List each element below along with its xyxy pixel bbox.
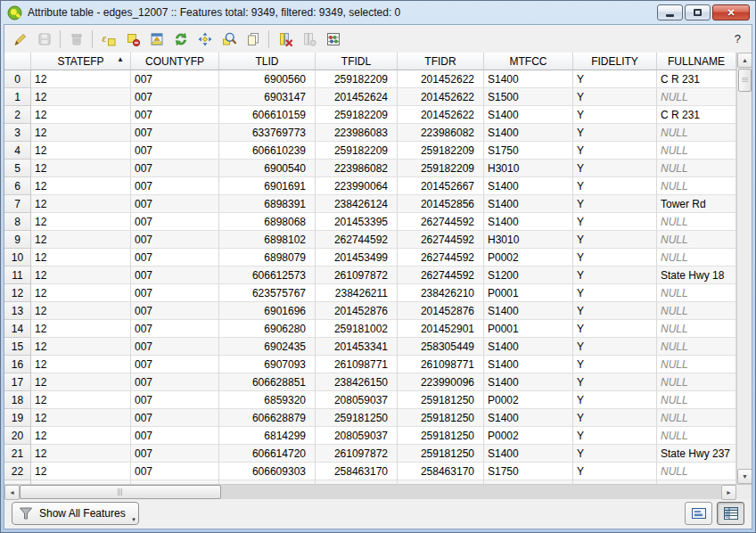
cell-statefp[interactable]: 12: [31, 391, 131, 409]
cell-fullname[interactable]: NULL: [657, 142, 736, 160]
cell-tfidr[interactable]: 259181250: [398, 391, 484, 409]
cell-mtfcc[interactable]: S1500: [484, 88, 573, 106]
row-number[interactable]: 19: [4, 409, 31, 427]
row-number[interactable]: 22: [4, 463, 31, 480]
cell-tfidl[interactable]: 223986083: [316, 124, 398, 142]
cell-tfidr[interactable]: 259182209: [398, 160, 484, 177]
vertical-scrollbar-thumb[interactable]: [738, 69, 752, 92]
scroll-right-button[interactable]: ►: [721, 485, 736, 500]
cell-mtfcc[interactable]: P0002: [484, 427, 573, 445]
cell-statefp[interactable]: 12: [31, 213, 131, 231]
cell-tfidr[interactable]: 259182209: [398, 142, 484, 160]
cell-tfidl[interactable]: 259182209: [316, 142, 398, 160]
cell-tlid[interactable]: 6898079: [219, 249, 316, 266]
cell-mtfcc[interactable]: S1400: [484, 373, 573, 391]
cell-statefp[interactable]: 12: [31, 463, 131, 480]
cell-tfidl[interactable]: 208059037: [316, 391, 398, 409]
scroll-up-button[interactable]: ▲: [737, 53, 752, 68]
cell-tlid[interactable]: 6814299: [219, 427, 316, 445]
row-number[interactable]: 8: [4, 213, 31, 231]
cell-countyfp[interactable]: 007: [131, 427, 219, 445]
cell-fidelity[interactable]: Y: [573, 70, 657, 88]
cell-tfidr[interactable]: 262744592: [398, 266, 484, 284]
cell-fullname[interactable]: NULL: [657, 213, 736, 231]
column-header-statefp[interactable]: STATEFP▲: [31, 53, 131, 70]
cell-tfidr[interactable]: 238426210: [398, 284, 484, 302]
scroll-left-button[interactable]: ◄: [4, 485, 20, 500]
cell-tlid[interactable]: 6906280: [219, 320, 316, 338]
cell-fidelity[interactable]: Y: [573, 231, 657, 249]
column-header-tfidl[interactable]: TFIDL: [316, 53, 398, 70]
cell-mtfcc[interactable]: S1400: [484, 70, 573, 88]
cell-tfidr[interactable]: 201452622: [398, 70, 484, 88]
cell-mtfcc[interactable]: H3010: [484, 231, 573, 249]
cell-tlid[interactable]: 6898102: [219, 231, 316, 249]
cell-countyfp[interactable]: 007: [131, 409, 219, 427]
cell-tlid[interactable]: 6907093: [219, 356, 316, 373]
cell-tfidr[interactable]: 201452622: [398, 106, 484, 124]
cell-fullname[interactable]: NULL: [657, 302, 736, 320]
column-header-mtfcc[interactable]: MTFCC: [484, 53, 573, 70]
cell-fidelity[interactable]: Y: [573, 302, 657, 320]
cell-fidelity[interactable]: Y: [573, 88, 657, 106]
open-field-calculator-button[interactable]: [322, 28, 344, 50]
row-number[interactable]: 16: [4, 356, 31, 373]
cell-tfidr[interactable]: 201452622: [398, 88, 484, 106]
form-view-button[interactable]: [685, 502, 712, 525]
cell-statefp[interactable]: 12: [31, 302, 131, 320]
cell-tlid[interactable]: 606628879: [219, 409, 316, 427]
cell-mtfcc[interactable]: S1400: [484, 338, 573, 356]
cell-statefp[interactable]: 12: [31, 284, 131, 302]
column-header-countyfp[interactable]: COUNTYFP: [131, 53, 219, 70]
cell-tlid[interactable]: 6900540: [219, 160, 316, 177]
cell-tlid[interactable]: 6901691: [219, 177, 316, 195]
cell-fidelity[interactable]: Y: [573, 106, 657, 124]
cell-tfidr[interactable]: 201452876: [398, 302, 484, 320]
cell-statefp[interactable]: 12: [31, 338, 131, 356]
row-number[interactable]: 4: [4, 142, 31, 160]
horizontal-scrollbar[interactable]: ◄ ►: [4, 484, 736, 499]
column-header-fidelity[interactable]: FIDELITY: [573, 53, 657, 70]
close-button[interactable]: ✕: [712, 4, 750, 20]
cell-tfidl[interactable]: 259181250: [316, 409, 398, 427]
cell-statefp[interactable]: 12: [31, 70, 131, 88]
cell-tfidl[interactable]: 259181002: [316, 320, 398, 338]
row-number[interactable]: 10: [4, 249, 31, 266]
cell-countyfp[interactable]: 007: [131, 302, 219, 320]
delete-column-button[interactable]: [274, 28, 296, 50]
cell-mtfcc[interactable]: S1400: [484, 302, 573, 320]
cell-statefp[interactable]: 12: [31, 445, 131, 463]
cell-countyfp[interactable]: 007: [131, 266, 219, 284]
table-view-button[interactable]: [717, 502, 744, 525]
cell-fidelity[interactable]: Y: [573, 427, 657, 445]
cell-tfidl[interactable]: 262744592: [316, 231, 398, 249]
minimize-button[interactable]: [657, 4, 683, 20]
cell-statefp[interactable]: 12: [31, 142, 131, 160]
cell-fidelity[interactable]: Y: [573, 160, 657, 177]
cell-statefp[interactable]: 12: [31, 195, 131, 213]
cell-countyfp[interactable]: 007: [131, 284, 219, 302]
cell-statefp[interactable]: 12: [31, 356, 131, 373]
row-number[interactable]: 7: [4, 195, 31, 213]
cell-tlid[interactable]: 6859320: [219, 391, 316, 409]
cell-fullname[interactable]: State Hwy 237: [657, 445, 736, 463]
cell-fullname[interactable]: NULL: [657, 427, 736, 445]
cell-tfidl[interactable]: 223990064: [316, 177, 398, 195]
cell-tlid[interactable]: 6898068: [219, 213, 316, 231]
cell-fidelity[interactable]: Y: [573, 409, 657, 427]
maximize-button[interactable]: [685, 4, 711, 20]
cell-tfidr[interactable]: 259181250: [398, 427, 484, 445]
row-number[interactable]: 0: [4, 70, 31, 88]
cell-statefp[interactable]: 12: [31, 427, 131, 445]
row-number[interactable]: 2: [4, 106, 31, 124]
row-number[interactable]: 3: [4, 124, 31, 142]
cell-mtfcc[interactable]: S1400: [484, 195, 573, 213]
cell-tfidr[interactable]: 262744592: [398, 231, 484, 249]
cell-tfidr[interactable]: 262744592: [398, 213, 484, 231]
cell-mtfcc[interactable]: S1400: [484, 124, 573, 142]
cell-tfidr[interactable]: 258463170: [398, 463, 484, 480]
cell-tfidl[interactable]: 238426150: [316, 373, 398, 391]
cell-tlid[interactable]: 6901696: [219, 302, 316, 320]
cell-fidelity[interactable]: Y: [573, 195, 657, 213]
row-number[interactable]: 18: [4, 391, 31, 409]
